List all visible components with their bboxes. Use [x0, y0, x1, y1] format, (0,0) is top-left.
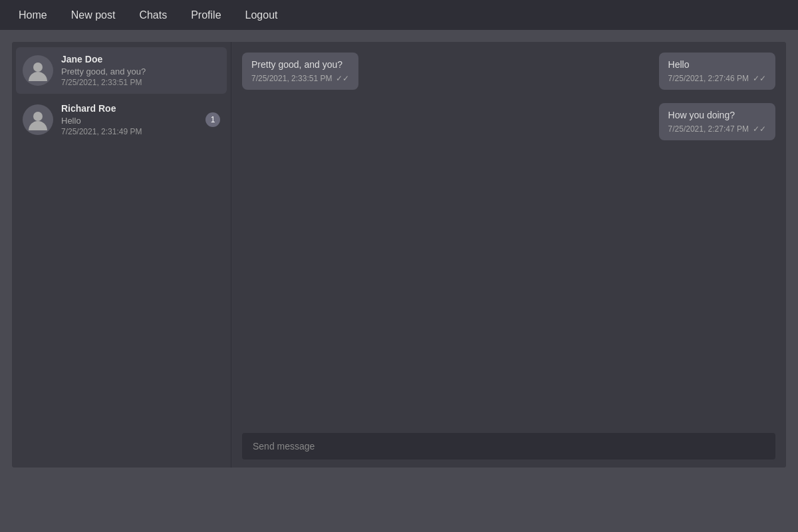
chat-item-jane-doe[interactable]: Jane Doe Pretty good, and you? 7/25/2021… [16, 47, 227, 94]
chat-sidebar: Jane Doe Pretty good, and you? 7/25/2021… [12, 42, 231, 467]
svg-point-1 [33, 112, 43, 121]
chat-name-richard-roe: Richard Roe [61, 103, 200, 114]
chat-preview-richard-roe: Hello [61, 116, 200, 126]
message-sent-1: Hello 7/25/2021, 2:27:46 PM ✓✓ [659, 53, 775, 90]
navigation: Home New post Chats Profile Logout [0, 0, 798, 30]
message-meta-received-1: 7/25/2021, 2:33:51 PM ✓✓ [251, 74, 349, 83]
message-ticks-sent-2: ✓✓ [753, 124, 766, 134]
message-input-area [231, 425, 786, 467]
main-container: Jane Doe Pretty good, and you? 7/25/2021… [12, 42, 786, 467]
message-ticks-sent-1: ✓✓ [753, 74, 766, 83]
nav-profile[interactable]: Profile [179, 0, 233, 30]
nav-new-post[interactable]: New post [59, 0, 128, 30]
nav-home[interactable]: Home [7, 0, 59, 30]
unread-badge-richard-roe: 1 [205, 112, 220, 127]
avatar-jane-doe [23, 55, 53, 86]
chat-preview-jane-doe: Pretty good, and you? [61, 66, 220, 76]
message-sent-2: How you doing? 7/25/2021, 2:27:47 PM ✓✓ [659, 103, 775, 140]
message-meta-sent-1: 7/25/2021, 2:27:46 PM ✓✓ [668, 74, 766, 83]
message-time-sent-2: 7/25/2021, 2:27:47 PM [668, 124, 749, 134]
message-time-sent-1: 7/25/2021, 2:27:46 PM [668, 74, 749, 83]
svg-point-0 [33, 63, 43, 72]
chat-item-richard-roe[interactable]: Richard Roe Hello 7/25/2021, 2:31:49 PM … [16, 96, 227, 143]
nav-logout[interactable]: Logout [233, 0, 290, 30]
message-received-1: Pretty good, and you? 7/25/2021, 2:33:51… [242, 53, 358, 90]
chat-info-richard-roe: Richard Roe Hello 7/25/2021, 2:31:49 PM [61, 103, 200, 136]
message-time-received-1: 7/25/2021, 2:33:51 PM [251, 74, 332, 83]
message-input[interactable] [242, 433, 775, 460]
chat-info-jane-doe: Jane Doe Pretty good, and you? 7/25/2021… [61, 54, 220, 87]
message-ticks-received-1: ✓✓ [336, 74, 349, 83]
chat-name-jane-doe: Jane Doe [61, 54, 220, 65]
message-meta-sent-2: 7/25/2021, 2:27:47 PM ✓✓ [668, 124, 766, 134]
message-text-sent-1: Hello [668, 59, 766, 70]
chat-time-jane-doe: 7/25/2021, 2:33:51 PM [61, 78, 220, 87]
message-text-sent-2: How you doing? [668, 110, 766, 120]
chat-area: Pretty good, and you? 7/25/2021, 2:33:51… [231, 42, 786, 467]
chat-time-richard-roe: 7/25/2021, 2:31:49 PM [61, 127, 200, 136]
message-text-received-1: Pretty good, and you? [251, 59, 349, 70]
avatar-richard-roe [23, 104, 53, 135]
nav-chats[interactable]: Chats [127, 0, 179, 30]
sent-messages: Hello 7/25/2021, 2:27:46 PM ✓✓ How you d… [659, 53, 775, 147]
